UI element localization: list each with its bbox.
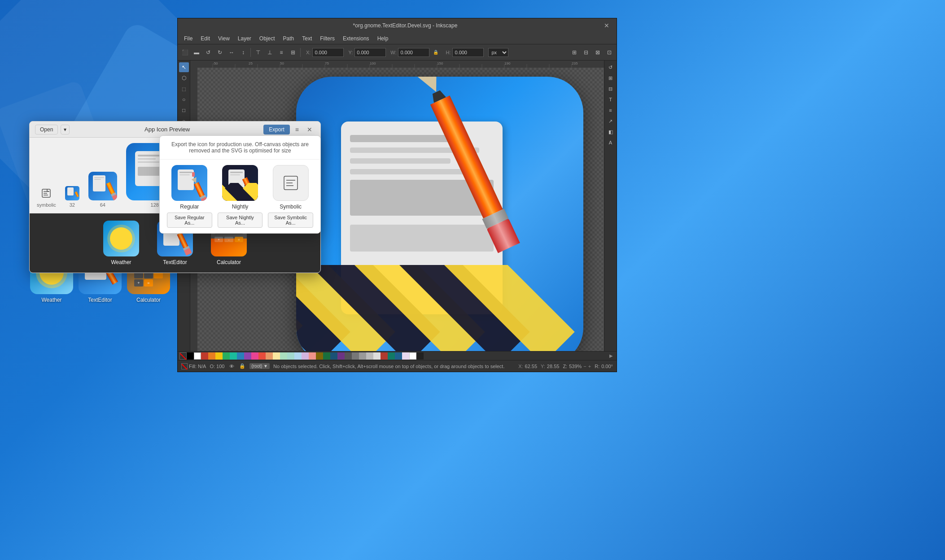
color-swatch-lavender[interactable] [302, 352, 309, 360]
right-tool-align[interactable]: ≡ [606, 105, 616, 115]
color-swatch-blue[interactable] [237, 352, 244, 360]
aip-open-dropdown[interactable]: ▾ [61, 125, 70, 135]
tool-select[interactable]: ↖ [179, 62, 189, 72]
color-swatch-salmon[interactable] [309, 352, 316, 360]
right-tool-undo-history[interactable]: ↺ [606, 62, 616, 72]
window-close-button[interactable]: ✕ [601, 21, 612, 30]
menu-text[interactable]: Text [298, 35, 315, 43]
color-swatch-gray5[interactable] [373, 352, 381, 360]
color-swatch-gray1[interactable] [345, 352, 352, 360]
transparent-swatch[interactable] [179, 352, 187, 360]
color-swatch-steel[interactable] [395, 352, 402, 360]
aip-menu-button[interactable]: ≡ [293, 125, 302, 134]
export-variant-regular: Regular Save Regular As... [167, 165, 212, 228]
right-tool-objects[interactable]: ⊟ [606, 84, 616, 94]
tool-measure[interactable]: ○ [179, 95, 189, 104]
inkscape-statusbar: Fill: N/A O: 100 👁 🔒 (root) ▼ No objects… [178, 360, 617, 372]
color-swatch-emerald[interactable] [388, 352, 395, 360]
y-input[interactable] [354, 48, 386, 57]
toolbar-grid-1[interactable]: ⊞ [569, 47, 580, 58]
toolbar-align-left[interactable]: ⬛ [179, 47, 190, 58]
right-tool-fill-stroke[interactable]: ◧ [606, 127, 616, 137]
unit-select[interactable]: px mm cm [488, 48, 508, 57]
color-swatch-lightblue[interactable] [294, 352, 302, 360]
menu-filters[interactable]: Filters [316, 35, 338, 43]
color-swatch-brown[interactable] [316, 352, 323, 360]
zoom-plus[interactable]: + [588, 364, 591, 369]
x-input[interactable] [312, 48, 344, 57]
tool-zoom[interactable]: ⬚ [179, 84, 189, 94]
color-swatch-orange[interactable] [208, 352, 215, 360]
save-regular-button[interactable]: Save Regular As... [167, 213, 212, 228]
aip-close-button[interactable]: ✕ [304, 125, 315, 134]
zoom-minus[interactable]: − [583, 364, 586, 369]
color-swatch-yellow[interactable] [215, 352, 223, 360]
color-swatch-gray4[interactable] [366, 352, 373, 360]
color-swatch-pink[interactable] [251, 352, 258, 360]
right-tool-font[interactable]: A [606, 138, 616, 148]
calc-buttons-icon: + = [134, 271, 163, 287]
toolbar-grid-3[interactable]: ⊠ [592, 47, 603, 58]
right-tool-symbols[interactable]: T [606, 95, 616, 104]
toolbar-flip-v[interactable]: ↕ [238, 47, 249, 58]
lock-icon[interactable]: 🔒 [239, 363, 246, 370]
color-swatch-teal[interactable] [230, 352, 237, 360]
h-input[interactable] [452, 48, 484, 57]
color-swatch-purple[interactable] [244, 352, 251, 360]
color-swatch-darkpurple[interactable] [337, 352, 345, 360]
aip-export-button[interactable]: Export [263, 125, 290, 135]
color-swatch-white[interactable] [194, 352, 201, 360]
toolbar-align-top[interactable]: ⊤ [253, 47, 263, 58]
menu-help[interactable]: Help [374, 35, 392, 43]
fill-value: N/A [198, 364, 206, 369]
toolbar-align-mid[interactable]: ⊥ [264, 47, 275, 58]
y-coordinates-display: Y: 28.55 [541, 364, 559, 369]
toolbar-distribute[interactable]: ⊞ [288, 47, 298, 58]
toolbar-rotate-cw[interactable]: ↻ [214, 47, 225, 58]
save-nightly-button[interactable]: Save Nightly As... [218, 213, 263, 228]
menu-layer[interactable]: Layer [234, 35, 255, 43]
tool-node[interactable]: ⬡ [179, 73, 189, 83]
toolbar-grid-2[interactable]: ⊟ [581, 47, 591, 58]
toolbar-rotate-ccw[interactable]: ↺ [203, 47, 214, 58]
toolbar-align-bot[interactable]: ≡ [276, 47, 287, 58]
toolbar-lock-aspect[interactable]: 🔒 [430, 47, 441, 58]
color-swatch-lightred[interactable] [258, 352, 266, 360]
tool-rect[interactable]: □ [179, 105, 189, 115]
color-swatch-lightyellow[interactable] [273, 352, 280, 360]
symbolic-icon-preview-export [273, 165, 309, 201]
menu-edit[interactable]: Edit [197, 35, 214, 43]
save-symbolic-button[interactable]: Save Symbolic As... [268, 213, 313, 228]
color-swatch-gray2[interactable] [352, 352, 359, 360]
color-swatch-darkred[interactable] [381, 352, 388, 360]
toolbar-flip-h[interactable]: ↔ [226, 47, 237, 58]
rotation-label: R: [595, 364, 599, 369]
color-swatch-gray3[interactable] [359, 352, 366, 360]
color-swatch-darkgreen[interactable] [323, 352, 330, 360]
fill-label: Fill: [189, 364, 197, 369]
menu-path[interactable]: Path [280, 35, 298, 43]
color-swatch-darkblue[interactable] [330, 352, 337, 360]
right-tool-layers[interactable]: ⊞ [606, 73, 616, 83]
color-swatch-verylightpurple[interactable] [402, 352, 409, 360]
color-swatch-black[interactable] [187, 352, 194, 360]
color-swatch-peach[interactable] [266, 352, 273, 360]
aip-open-button[interactable]: Open [35, 125, 58, 135]
export-variant-symbolic: Symbolic Save Symbolic As... [268, 165, 313, 228]
palette-scroll-right[interactable]: ▶ [608, 352, 615, 360]
color-swatch-nearblack[interactable] [416, 352, 424, 360]
color-swatch-green[interactable] [223, 352, 230, 360]
menu-object[interactable]: Object [256, 35, 279, 43]
menu-file[interactable]: File [180, 35, 196, 43]
menu-view[interactable]: View [214, 35, 233, 43]
menu-extensions[interactable]: Extensions [339, 35, 373, 43]
color-swatch-lightgreen[interactable] [280, 352, 287, 360]
toolbar-grid-4[interactable]: ⊡ [604, 47, 615, 58]
color-swatch-lightcyan[interactable] [287, 352, 294, 360]
w-input[interactable] [398, 48, 429, 57]
color-swatch-nearwhite[interactable] [409, 352, 416, 360]
eye-icon[interactable]: 👁 [228, 363, 235, 370]
right-tool-transform[interactable]: ↗ [606, 116, 616, 126]
color-swatch-red[interactable] [201, 352, 208, 360]
toolbar-align-center[interactable]: ▬ [191, 47, 202, 58]
